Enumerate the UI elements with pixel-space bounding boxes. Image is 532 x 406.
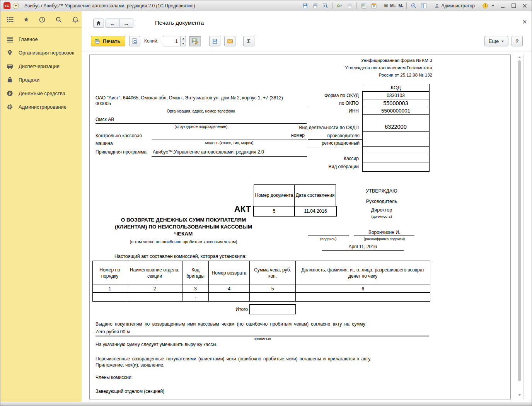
home-button[interactable]: [93, 19, 104, 28]
scroll-up-arrow[interactable]: [518, 55, 521, 59]
manufacturer-number-value: [363, 132, 429, 139]
copies-input[interactable]: 1: [163, 36, 181, 46]
table-cell: [209, 293, 250, 302]
sum-button[interactable]: Σ: [243, 36, 254, 46]
sidebar-item-administration[interactable]: Администрирование: [0, 100, 82, 114]
maximize-icon[interactable]: [510, 2, 518, 10]
sidebar-item-main[interactable]: Главное: [0, 32, 82, 46]
scrollbar-thumb[interactable]: [518, 60, 521, 381]
sidebar-item-sales[interactable]: Продажи: [0, 73, 82, 87]
split-view-icon[interactable]: [420, 2, 428, 10]
copies-increment-button[interactable]: [181, 36, 186, 41]
history-icon[interactable]: [39, 16, 46, 24]
print-preview-icon[interactable]: [321, 2, 329, 10]
inn-label: ИНН: [349, 108, 359, 114]
application-label: Прикладная программа: [95, 149, 147, 155]
sidebar-item-money[interactable]: Денежные средства: [0, 87, 82, 100]
vertical-scrollbar[interactable]: [518, 55, 521, 397]
table-cell: -: [182, 293, 209, 302]
doc-number-value: 5: [253, 206, 295, 217]
act-subtitle-line: (КЛИЕНТАМ) ПО НЕИСПОЛЬЗОВАННЫМ КАССОВЫМ: [95, 223, 271, 230]
calculator-icon[interactable]: [360, 2, 368, 10]
reduce-line: На указанную сумму следует уменьшить выр…: [95, 342, 217, 347]
document-page: Унифицированная форма № КМ-3 Утверждена …: [89, 55, 511, 399]
copies-decrement-button[interactable]: [181, 41, 186, 46]
okdp-label: Вид деятельности по ОКДП: [299, 125, 359, 130]
chevron-down-icon: [14, 5, 17, 7]
division-caption: (структурное подразделение): [95, 125, 307, 129]
memory-recall-button[interactable]: M: [384, 3, 388, 8]
minimize-icon[interactable]: [499, 2, 507, 10]
column-header: Номер возврата: [209, 261, 250, 285]
arrow-right-icon: →: [123, 20, 129, 26]
okpo-value: 55000003: [363, 99, 429, 107]
chevron-down-icon[interactable]: [491, 5, 494, 7]
favorites-star-icon[interactable]: ★: [23, 16, 29, 23]
form-close-icon[interactable]: ✕: [521, 18, 529, 26]
titlebar-separator: [406, 2, 407, 9]
okdp-value: 6322000: [363, 122, 429, 132]
copies-label: Копий:: [144, 38, 159, 44]
total-label: Итого: [236, 307, 248, 312]
manufacturer-label: производителя: [308, 132, 362, 140]
close-icon[interactable]: [521, 2, 529, 10]
approve-name-underline: [354, 235, 414, 235]
scroll-down-arrow[interactable]: [518, 393, 521, 397]
arrow-left-icon: ←: [110, 20, 116, 26]
preview-button[interactable]: [129, 36, 140, 46]
sidebar-item-label: Организация перевозок: [19, 50, 74, 56]
commission-line: Настоящий акт составлен комиссией, котор…: [114, 254, 247, 259]
cashier-value: [363, 154, 429, 162]
column-header: Код бригады: [182, 261, 209, 285]
doc-date-header: Дата составления: [294, 184, 336, 206]
user-menu[interactable]: Администратор: [434, 3, 475, 9]
memory-plus-button[interactable]: M+: [390, 3, 396, 8]
organization-caption: Организация, адрес, номер телефона: [95, 109, 307, 113]
calendar-icon[interactable]: 31: [370, 2, 378, 10]
sidebar-item-label: Денежные средства: [19, 90, 65, 96]
print-button[interactable]: Печать: [91, 36, 125, 46]
titlebar-separator: [381, 2, 381, 9]
form-header-line: России от 25.12.98 № 132: [379, 73, 432, 77]
sidebar-item-label: Продажи: [19, 77, 39, 83]
approve-name-caption: (расшифровка подписи): [354, 237, 414, 241]
gear-icon: [7, 104, 13, 110]
doc-number-header: Номер документа: [254, 184, 295, 206]
members-line: Члены комиссии:: [95, 375, 133, 380]
forward-button[interactable]: →: [119, 19, 133, 28]
envelope-icon: [227, 38, 233, 44]
info-icon[interactable]: [481, 2, 489, 10]
cashier-label: Кассир: [344, 156, 359, 161]
sidebar-item-label: Администрирование: [19, 104, 66, 110]
approve-date: April 11, 2016: [322, 244, 404, 249]
sidebar-item-dispatching[interactable]: Диспетчеризация: [0, 60, 82, 73]
sidebar-item-transport-organization[interactable]: Организация перевозок: [0, 46, 82, 60]
send-email-button[interactable]: [224, 36, 235, 46]
system-menu-button[interactable]: [13, 3, 19, 9]
get-link-icon[interactable]: [336, 2, 343, 10]
sections-grid-icon[interactable]: [7, 16, 14, 24]
help-button[interactable]: ?: [512, 36, 523, 46]
form-header-line: Унифицированная форма № КМ-3: [361, 58, 432, 63]
kkm-model-underline: [152, 140, 307, 140]
sigma-icon: Σ: [247, 38, 251, 44]
application-underline: [152, 156, 307, 157]
operation-value: [363, 162, 429, 171]
print-icon[interactable]: [311, 2, 319, 10]
application-value: Авибус™:Управление автовокзалами, редакц…: [153, 149, 264, 155]
edit-spreadsheet-button[interactable]: [189, 36, 201, 46]
page-title: Печать документа: [155, 19, 204, 26]
memory-minus-button[interactable]: M-: [399, 3, 404, 8]
save-document-button[interactable]: [209, 36, 220, 46]
approve-position: Директор: [333, 207, 430, 213]
history-nav-group: ← →: [106, 19, 133, 28]
column-number: 5: [250, 285, 296, 293]
notifications-bell-icon[interactable]: [72, 16, 79, 24]
search-icon[interactable]: [55, 16, 62, 24]
zoom-icon[interactable]: [410, 2, 418, 10]
back-button[interactable]: ←: [106, 19, 119, 28]
okud-value: 0330103: [363, 92, 429, 99]
save-icon[interactable]: [301, 2, 309, 10]
signature-caption: (подпись): [308, 237, 349, 241]
more-button[interactable]: Еще: [484, 36, 508, 46]
